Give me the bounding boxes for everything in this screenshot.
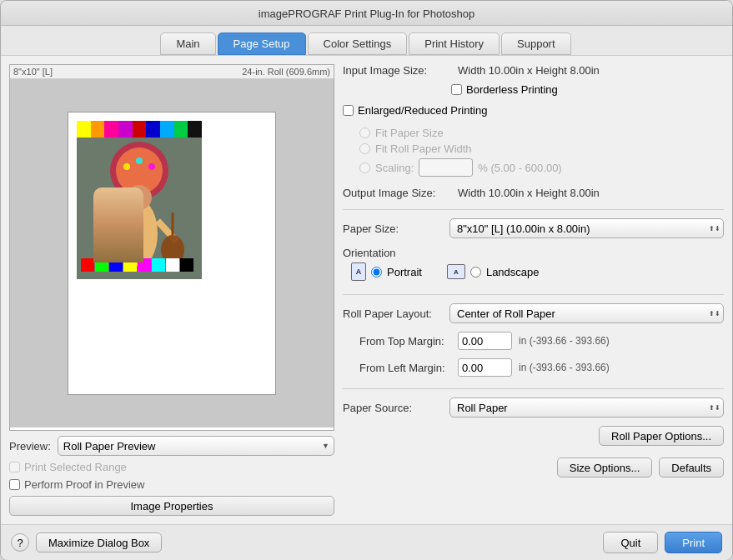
input-size-label: Input Image Size: <box>343 64 451 77</box>
left-margin-label: From Left Margin: <box>343 362 451 374</box>
paper-source-label: Paper Source: <box>343 402 443 414</box>
fit-paper-row: Fit Paper Size <box>359 127 724 139</box>
enlarged-label: Enlarged/Reduced Printing <box>358 104 487 117</box>
enlarged-row: Enlarged/Reduced Printing <box>343 104 724 117</box>
svg-rect-12 <box>81 258 94 272</box>
roll-layout-select[interactable]: Center of Roll Paper <box>449 303 724 323</box>
input-size-value: Width 10.00in x Height 8.00in <box>458 64 600 77</box>
preview-select-wrapper[interactable]: Roll Paper Preview <box>58 436 334 456</box>
help-button[interactable]: ? <box>11 533 29 552</box>
left-margin-range: in (-393.66 - 393.66) <box>519 362 610 373</box>
paper-source-select[interactable]: Roll Paper <box>449 398 724 418</box>
print-selected-range-row: Print Selected Range <box>9 461 334 473</box>
fit-paper-radio[interactable] <box>359 128 370 138</box>
scaling-input[interactable] <box>419 158 473 177</box>
svg-point-9 <box>123 163 130 170</box>
perform-proof-checkbox[interactable] <box>9 479 20 490</box>
svg-rect-18 <box>166 258 179 272</box>
size-options-button[interactable]: Size Options... <box>557 458 653 478</box>
roll-size-label: 24-in. Roll (609.6mm) <box>242 67 330 77</box>
output-image-size-row: Output Image Size: Width 10.00in x Heigh… <box>343 187 724 199</box>
tab-support[interactable]: Support <box>501 32 571 55</box>
paper-size-select-wrapper[interactable]: 8"x10" [L] (10.00in x 8.00in) <box>449 218 724 238</box>
quit-button[interactable]: Quit <box>603 532 658 553</box>
scaling-range: % (5.00 - 600.00) <box>478 162 561 174</box>
print-button[interactable]: Print <box>665 532 722 553</box>
main-content: 8"x10" [L] 24-in. Roll (609.6mm) <box>1 56 732 524</box>
enlarged-checkbox[interactable] <box>343 105 354 116</box>
portrait-icon: A <box>351 262 366 281</box>
fit-roll-radio[interactable] <box>359 143 370 154</box>
color-bars <box>77 121 202 138</box>
scaling-row: Scaling: % (5.00 - 600.00) <box>359 158 724 177</box>
landscape-label: Landscape <box>486 266 540 278</box>
roll-paper-layout-row: Roll Paper Layout: Center of Roll Paper <box>343 303 724 323</box>
svg-point-11 <box>148 163 155 170</box>
print-selected-range-label: Print Selected Range <box>24 461 127 473</box>
svg-rect-14 <box>109 258 123 272</box>
svg-rect-19 <box>180 258 193 272</box>
maximize-button[interactable]: Maximize Dialog Box <box>36 532 162 552</box>
image-properties-button[interactable]: Image Properties <box>9 496 334 516</box>
output-size-value: Width 10.00in x Height 8.00in <box>458 187 600 199</box>
svg-rect-16 <box>138 258 151 272</box>
perform-proof-row: Perform Proof in Preview <box>9 478 334 491</box>
landscape-icon: A <box>447 264 465 279</box>
paper-size-row: Paper Size: 8"x10" [L] (10.00in x 8.00in… <box>343 218 724 238</box>
scaling-radio[interactable] <box>359 162 370 173</box>
paper-size-field-label: Paper Size: <box>343 222 443 235</box>
tab-main[interactable]: Main <box>160 32 215 55</box>
tab-print-history[interactable]: Print History <box>409 32 500 55</box>
portrait-label: Portrait <box>387 266 422 278</box>
tab-page-setup[interactable]: Page Setup <box>218 32 306 55</box>
landscape-option[interactable]: A Landscape <box>447 262 540 281</box>
left-margin-row: From Left Margin: in (-393.66 - 393.66) <box>343 358 724 377</box>
photo-preview <box>77 121 202 279</box>
window-title: imagePROGRAF Print Plug-In for Photoshop <box>259 8 474 20</box>
preview-label-text: Preview: <box>9 440 51 452</box>
print-selected-range-checkbox[interactable] <box>9 462 20 472</box>
top-margin-range: in (-393.66 - 393.66) <box>519 335 610 347</box>
right-panel: Input Image Size: Width 10.00in x Height… <box>343 64 724 516</box>
portrait-option[interactable]: A Portrait <box>351 262 422 281</box>
portrait-radio[interactable] <box>371 267 382 278</box>
svg-point-3 <box>121 200 158 267</box>
input-image-size-row: Input Image Size: Width 10.00in x Height… <box>343 64 724 77</box>
roll-layout-select-wrapper[interactable]: Center of Roll Paper <box>449 303 724 323</box>
fit-roll-label: Fit Roll Paper Width <box>375 142 472 155</box>
paper-source-select-wrapper[interactable]: Roll Paper <box>449 398 724 418</box>
title-bar: imagePROGRAF Print Plug-In for Photoshop <box>1 1 732 26</box>
tab-color-settings[interactable]: Color Settings <box>308 32 408 55</box>
landscape-radio[interactable] <box>470 267 481 278</box>
perform-proof-label: Perform Proof in Preview <box>24 478 145 491</box>
output-size-label: Output Image Size: <box>343 187 451 199</box>
orientation-options: A Portrait A Landscape <box>351 262 724 281</box>
roll-paper-options-row: Roll Paper Options... <box>343 426 724 446</box>
bottom-controls: Preview: Roll Paper Preview Print Select… <box>9 436 334 516</box>
paper-size-select[interactable]: 8"x10" [L] (10.00in x 8.00in) <box>449 218 724 238</box>
defaults-button[interactable]: Defaults <box>659 458 724 478</box>
borderless-checkbox[interactable] <box>451 84 462 95</box>
svg-point-10 <box>136 158 143 164</box>
preview-inner <box>10 79 334 428</box>
preview-select[interactable]: Roll Paper Preview <box>58 436 334 456</box>
paper-source-row: Paper Source: Roll Paper <box>343 398 724 418</box>
preview-area: 8"x10" [L] 24-in. Roll (609.6mm) <box>9 64 334 431</box>
left-panel: 8"x10" [L] 24-in. Roll (609.6mm) <box>9 64 334 516</box>
white-paper <box>68 112 276 395</box>
left-margin-input[interactable] <box>458 358 512 377</box>
svg-rect-13 <box>95 258 108 272</box>
borderless-row: Borderless Printing <box>451 83 724 96</box>
top-margin-input[interactable] <box>458 332 512 350</box>
divider-1 <box>343 209 724 210</box>
photo-image <box>77 138 202 279</box>
divider-2 <box>343 294 724 295</box>
divider-3 <box>343 388 724 389</box>
borderless-label: Borderless Printing <box>466 83 558 96</box>
svg-rect-17 <box>152 258 165 272</box>
roll-layout-label: Roll Paper Layout: <box>343 308 443 320</box>
roll-paper-options-button[interactable]: Roll Paper Options... <box>599 426 724 446</box>
svg-rect-15 <box>123 258 137 272</box>
svg-line-5 <box>102 221 121 242</box>
svg-point-4 <box>127 185 152 210</box>
